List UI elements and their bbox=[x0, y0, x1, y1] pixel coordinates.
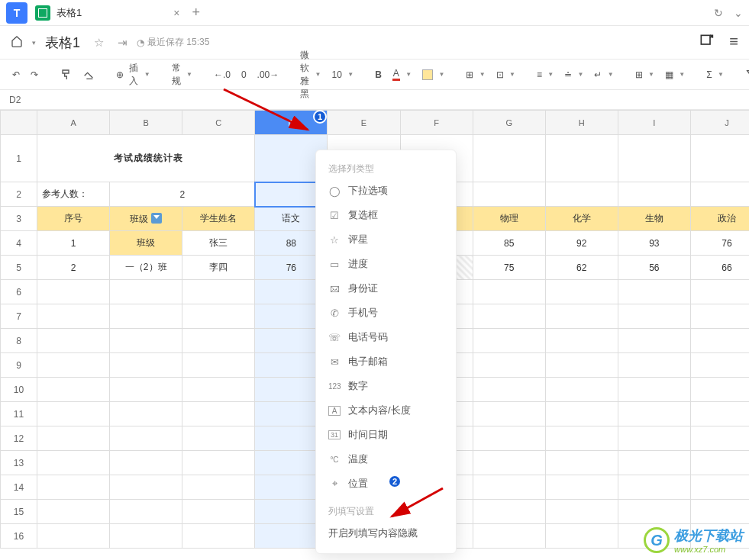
watermark-logo: G bbox=[644, 527, 670, 553]
h-align-button[interactable]: ≡ ▼ bbox=[534, 68, 557, 82]
menu-item-hide-content[interactable]: 开启列填写内容隐藏 bbox=[316, 521, 456, 546]
menu-item-rating[interactable]: ☆评星 bbox=[316, 227, 456, 252]
col-header-H[interactable]: H bbox=[545, 111, 618, 135]
hamburger-menu-icon[interactable]: ≡ bbox=[729, 33, 738, 52]
watermark-text-1: 极光下载站 bbox=[674, 526, 743, 545]
cell-B4[interactable]: 班级 bbox=[110, 231, 182, 256]
cell-A2[interactable]: 参考人数： bbox=[37, 182, 110, 207]
tab-add-button[interactable]: + bbox=[192, 5, 200, 21]
refresh-icon[interactable]: ↻ bbox=[714, 7, 723, 19]
cell-B2[interactable]: 2 bbox=[110, 182, 255, 207]
col-header-E[interactable]: E bbox=[328, 111, 400, 135]
dropdown-group-1-title: 选择列类型 bbox=[316, 158, 456, 179]
hdr-seq[interactable]: 序号 bbox=[37, 207, 110, 231]
clock-icon: ◔ bbox=[137, 37, 144, 48]
menu-item-idcard[interactable]: 🖂身份证 bbox=[316, 276, 456, 301]
menu-item-temperature[interactable]: °C温度 bbox=[316, 447, 456, 471]
wrap-button[interactable]: ↵ ▼ bbox=[591, 68, 616, 82]
menu-item-progress[interactable]: ▭进度 bbox=[316, 252, 456, 276]
col-header-B[interactable]: B bbox=[110, 111, 182, 135]
save-status: ◔ 最近保存 15:35 bbox=[137, 36, 209, 49]
redo-button[interactable]: ↷ bbox=[27, 68, 41, 82]
cell-H5[interactable]: 62 bbox=[545, 256, 618, 280]
cell-B5[interactable]: 一（2）班 bbox=[110, 256, 182, 280]
row-num-5[interactable]: 5 bbox=[1, 256, 37, 280]
cell-J4[interactable]: 76 bbox=[690, 231, 749, 256]
filter-icon[interactable] bbox=[151, 213, 162, 224]
hdr-name[interactable]: 学生姓名 bbox=[182, 207, 255, 231]
col-header-G[interactable]: G bbox=[473, 111, 545, 135]
font-size-select[interactable]: 10 ▼ bbox=[329, 68, 357, 82]
decimal-decrease[interactable]: ←.0 bbox=[211, 68, 234, 82]
tab-title[interactable]: 表格1 bbox=[56, 6, 82, 20]
share-icon[interactable] bbox=[699, 33, 714, 52]
v-align-button[interactable]: ≐ ▼ bbox=[561, 68, 586, 82]
text-icon: A bbox=[328, 406, 341, 416]
clear-format-button[interactable] bbox=[79, 67, 98, 82]
row-num-4[interactable]: 4 bbox=[1, 231, 37, 256]
bold-button[interactable]: B bbox=[372, 68, 385, 82]
menu-item-number[interactable]: 123数字 bbox=[316, 374, 456, 398]
row-num-1[interactable]: 1 bbox=[1, 135, 37, 182]
cell-G4[interactable]: 85 bbox=[473, 231, 545, 256]
home-icon[interactable] bbox=[11, 35, 23, 50]
format-painter-button[interactable] bbox=[56, 67, 75, 82]
menu-item-date[interactable]: 31时间日期 bbox=[316, 423, 456, 447]
row-num-2[interactable]: 2 bbox=[1, 182, 37, 207]
row-num-3[interactable]: 3 bbox=[1, 207, 37, 231]
phone-icon: ☏ bbox=[328, 332, 341, 343]
hdr-politics[interactable]: 政治 bbox=[690, 207, 749, 231]
cell-format-button[interactable]: ▦ ▼ bbox=[662, 68, 688, 82]
col-header-F[interactable]: F bbox=[400, 111, 473, 135]
cell-G5[interactable]: 75 bbox=[473, 256, 545, 280]
move-folder-icon[interactable]: ⇥ bbox=[118, 36, 128, 50]
undo-button[interactable]: ↶ bbox=[9, 68, 23, 82]
hdr-biology[interactable]: 生物 bbox=[618, 207, 690, 231]
menu-item-text[interactable]: A文本内容/长度 bbox=[316, 398, 456, 423]
menu-item-checkbox[interactable]: ☑复选框 bbox=[316, 203, 456, 227]
star-icon[interactable]: ☆ bbox=[94, 36, 104, 50]
cell-A5[interactable]: 2 bbox=[37, 256, 110, 280]
col-header-C[interactable]: C bbox=[182, 111, 255, 135]
hdr-physics[interactable]: 物理 bbox=[473, 207, 545, 231]
hdr-class[interactable]: 班级 bbox=[110, 207, 182, 231]
decimal-increase[interactable]: .00→ bbox=[254, 68, 282, 82]
number-format-select[interactable]: 常规 ▼ bbox=[169, 60, 195, 89]
sum-button[interactable]: Σ ▼ bbox=[703, 68, 727, 82]
font-family-select[interactable]: 微软雅黑 ▼ bbox=[297, 47, 324, 102]
col-header-J[interactable]: J bbox=[690, 111, 749, 135]
caret-down-icon[interactable]: ⌄ bbox=[734, 7, 743, 19]
col-header-A[interactable]: A bbox=[37, 111, 110, 135]
home-caret[interactable]: ▾ bbox=[32, 39, 36, 47]
fill-color-button[interactable]: ▼ bbox=[419, 68, 447, 82]
menu-item-location[interactable]: ⌖位置 bbox=[316, 471, 456, 496]
doc-name[interactable]: 表格1 bbox=[45, 34, 80, 52]
cell-I5[interactable]: 56 bbox=[618, 256, 690, 280]
select-all-corner[interactable] bbox=[1, 111, 37, 135]
menu-item-email[interactable]: ✉电子邮箱 bbox=[316, 349, 456, 374]
active-cell-ref[interactable]: D2 bbox=[9, 95, 55, 105]
border-button[interactable]: ⊞ ▼ bbox=[463, 68, 488, 82]
col-header-I[interactable]: I bbox=[618, 111, 690, 135]
cell-J5[interactable]: 66 bbox=[690, 256, 749, 280]
hdr-chemistry[interactable]: 化学 bbox=[545, 207, 618, 231]
cell-A4[interactable]: 1 bbox=[37, 231, 110, 256]
menu-item-phone[interactable]: ☏电话号码 bbox=[316, 325, 456, 349]
menu-item-dropdown-select[interactable]: ◯下拉选项 bbox=[316, 179, 456, 203]
watermark-text-2: www.xz7.com bbox=[674, 545, 743, 554]
cell-C5[interactable]: 李四 bbox=[182, 256, 255, 280]
cell-I4[interactable]: 93 bbox=[618, 231, 690, 256]
sheet-title-cell[interactable]: 考试成绩统计表 bbox=[37, 135, 255, 182]
annotation-marker-1: 1 bbox=[313, 110, 327, 124]
text-color-button[interactable]: A ▼ bbox=[389, 66, 415, 82]
insert-button[interactable]: ⊕ 插入 ▼ bbox=[113, 60, 153, 89]
cell-C4[interactable]: 张三 bbox=[182, 231, 255, 256]
filter-button[interactable]: ▼ bbox=[742, 67, 749, 82]
main-toolbar: ↶ ↷ ⊕ 插入 ▼ 常规 ▼ ←.0 0 .00→ 微软雅黑 ▼ 10 ▼ B… bbox=[0, 60, 749, 90]
merge-button[interactable]: ⊡ ▼ bbox=[493, 68, 518, 82]
window-title-bar: T 表格1 × + ↻ ⌄ bbox=[0, 0, 749, 26]
freeze-button[interactable]: ⊞ ▼ bbox=[632, 68, 657, 82]
menu-item-mobile[interactable]: ✆手机号 bbox=[316, 301, 456, 325]
cell-H4[interactable]: 92 bbox=[545, 231, 618, 256]
tab-close-button[interactable]: × bbox=[173, 7, 179, 19]
